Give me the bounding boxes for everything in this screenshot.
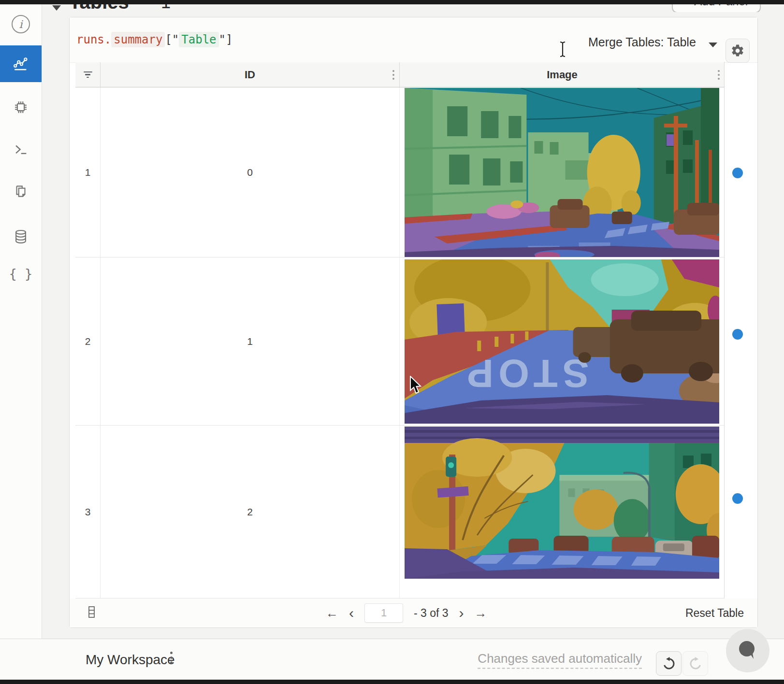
redo-icon bbox=[688, 656, 703, 671]
row-image-cell: STOP bbox=[400, 257, 725, 425]
table-filter-cell[interactable] bbox=[75, 62, 101, 87]
query-open-bracket: [" bbox=[165, 33, 179, 46]
bottom-chrome-bar bbox=[0, 680, 784, 684]
undo-button[interactable] bbox=[656, 651, 682, 676]
sidebar-item-charts[interactable] bbox=[0, 45, 42, 82]
chevron-down-icon[interactable] bbox=[709, 43, 717, 47]
first-page-button[interactable]: ← bbox=[326, 607, 338, 619]
stop-pavement-marking: STOP bbox=[462, 352, 589, 396]
table-row[interactable]: 2 1 bbox=[75, 257, 725, 426]
autosave-status[interactable]: Changes saved automatically bbox=[478, 651, 642, 669]
row-image-cell bbox=[400, 87, 725, 257]
table-body: 1 0 bbox=[75, 87, 725, 598]
last-page-button[interactable]: → bbox=[475, 607, 487, 619]
chat-bubble-icon bbox=[734, 637, 761, 664]
sidebar-item-logs[interactable] bbox=[0, 134, 42, 165]
workspace-footer-bar: My Workspace Changes saved automatically bbox=[0, 639, 784, 680]
filter-icon bbox=[83, 71, 93, 78]
run-color-dot[interactable] bbox=[732, 329, 743, 340]
column-header-id-label: ID bbox=[245, 69, 255, 81]
text-cursor bbox=[558, 41, 567, 60]
page-range-label: - 3 of 3 bbox=[414, 607, 449, 620]
row-index-cell: 3 bbox=[75, 426, 101, 598]
chat-widget-button[interactable] bbox=[726, 629, 769, 672]
undo-icon bbox=[662, 656, 676, 671]
sidebar-item-files[interactable] bbox=[0, 176, 42, 207]
column-header-id[interactable]: ID bbox=[101, 62, 400, 87]
segmentation-image[interactable] bbox=[405, 88, 719, 257]
braces-icon: { } bbox=[9, 266, 33, 281]
column-header-image-label: Image bbox=[547, 69, 578, 81]
section-header: Tables 1 + Add Panel bbox=[42, 4, 784, 12]
add-panel-button[interactable]: + Add Panel bbox=[672, 4, 761, 12]
row-index-cell: 2 bbox=[75, 257, 101, 425]
merge-tables-dropdown[interactable]: Merge Tables: Table bbox=[588, 35, 696, 49]
pagination-controls: ← ‹ 1 - 3 of 3 › → bbox=[326, 603, 487, 623]
copy-icon bbox=[13, 183, 29, 200]
row-index-cell: 1 bbox=[75, 87, 101, 257]
table-row[interactable]: 3 2 bbox=[75, 426, 725, 598]
app-root: i bbox=[0, 0, 784, 684]
workspace-name[interactable]: My Workspace bbox=[86, 652, 175, 668]
row-image-cell bbox=[400, 426, 725, 598]
row-id-cell: 0 bbox=[101, 87, 400, 257]
reset-table-button[interactable]: Reset Table bbox=[685, 607, 744, 620]
row-id-cell: 2 bbox=[101, 426, 400, 598]
segmentation-image[interactable]: STOP bbox=[405, 259, 719, 424]
previous-page-button[interactable]: ‹ bbox=[349, 606, 354, 620]
next-page-button[interactable]: › bbox=[459, 606, 464, 620]
sidebar: i bbox=[0, 0, 42, 639]
gear-icon bbox=[730, 43, 745, 58]
page-number-input[interactable]: 1 bbox=[364, 603, 403, 623]
table-pagination-bar: ← ‹ 1 - 3 of 3 › → Reset Table bbox=[70, 598, 757, 627]
info-icon: i bbox=[12, 15, 30, 33]
query-key-token: Table bbox=[179, 32, 218, 47]
section-title: Tables bbox=[69, 4, 129, 12]
sidebar-item-config[interactable]: { } bbox=[0, 258, 42, 289]
workspace-menu-icon[interactable] bbox=[170, 652, 173, 654]
section-panel-count: 1 bbox=[161, 4, 171, 12]
table-panel-card: runs.summary["Table"] Merge Tables: Tabl… bbox=[69, 17, 758, 628]
collapse-caret-icon[interactable] bbox=[52, 5, 61, 11]
segmentation-image[interactable] bbox=[405, 427, 719, 579]
sidebar-item-info[interactable]: i bbox=[0, 9, 42, 40]
table-row[interactable]: 1 0 bbox=[75, 87, 725, 257]
row-id-cell: 1 bbox=[101, 257, 400, 425]
run-color-dot[interactable] bbox=[732, 168, 743, 178]
column-header-image[interactable]: Image bbox=[400, 62, 725, 87]
row-height-icon[interactable] bbox=[88, 606, 96, 620]
query-object-token: runs. bbox=[76, 33, 111, 46]
query-close-bracket: "] bbox=[219, 33, 233, 46]
sidebar-item-artifacts[interactable] bbox=[0, 221, 42, 252]
column-menu-icon[interactable] bbox=[392, 70, 394, 72]
terminal-icon bbox=[13, 142, 29, 158]
panel-settings-button[interactable] bbox=[726, 39, 750, 63]
column-menu-icon[interactable] bbox=[718, 70, 720, 72]
panel-query-expression[interactable]: runs.summary["Table"] bbox=[76, 33, 232, 46]
sidebar-item-system[interactable] bbox=[0, 92, 42, 123]
panel-query-header: runs.summary["Table"] Merge Tables: Tabl… bbox=[70, 17, 757, 63]
table-header-row: ID Image bbox=[75, 62, 725, 87]
query-method-token: summary bbox=[111, 32, 165, 47]
mouse-cursor bbox=[409, 376, 422, 397]
redo-button[interactable] bbox=[682, 651, 708, 676]
chip-icon bbox=[13, 99, 29, 115]
top-chrome-bar bbox=[0, 0, 784, 4]
database-icon bbox=[13, 228, 29, 245]
line-chart-icon bbox=[13, 56, 29, 72]
run-color-dot[interactable] bbox=[732, 493, 743, 504]
table-right-border bbox=[724, 62, 725, 598]
